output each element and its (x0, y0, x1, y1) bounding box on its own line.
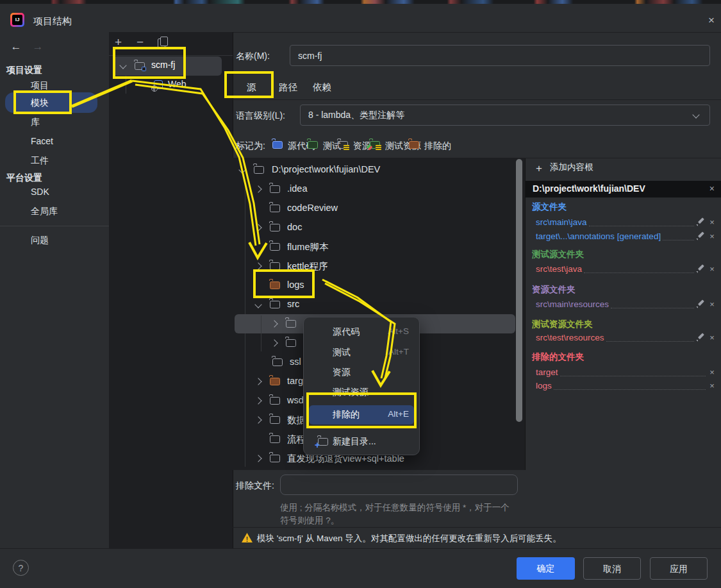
menu-item-excluded[interactable]: 排除的Alt+E (309, 405, 414, 424)
sidebar-item-modules[interactable]: 模块 (31, 97, 49, 109)
source-folder-entry[interactable]: target\...\annotations [generated] × (536, 230, 717, 242)
edit-pencil-icon[interactable] (696, 299, 705, 308)
menu-item-sources[interactable]: 源代码Alt+S (309, 323, 414, 342)
tree-scrollbar[interactable] (516, 159, 522, 422)
excluded-folder-icon (270, 378, 280, 385)
resource-folders-header: 资源文件夹 (532, 284, 576, 296)
remove-content-root-icon[interactable]: × (709, 183, 715, 194)
ok-button[interactable]: 确定 (517, 557, 575, 580)
tree-row[interactable]: codeReview (233, 199, 517, 218)
edit-pencil-icon[interactable] (696, 231, 705, 240)
name-label: 名称(M): (236, 51, 270, 62)
sidebar-item-problems[interactable]: 问题 (31, 235, 49, 246)
module-row-scm-fj[interactable]: scm-fj (113, 56, 222, 76)
excluded-folder-icon (409, 141, 419, 149)
test-source-folder-entry[interactable]: src\test\java × (536, 262, 717, 275)
remove-icon[interactable]: × (708, 299, 717, 309)
tree-row[interactable]: doc (233, 218, 517, 237)
folder-icon (270, 435, 280, 443)
remove-icon[interactable]: × (708, 231, 717, 241)
apply-button[interactable]: 应用 (650, 557, 708, 580)
close-icon[interactable]: × (704, 13, 719, 28)
globe-icon (151, 85, 158, 92)
add-content-root-button[interactable]: 添加内容根 (550, 162, 593, 177)
folder-icon (254, 166, 264, 174)
remove-icon[interactable]: × (708, 367, 717, 377)
remove-icon[interactable]: × (708, 381, 717, 391)
tree-row[interactable]: src (233, 295, 517, 314)
test-resources-folder-icon (370, 141, 380, 149)
sidebar-item-global-libraries[interactable]: 全局库 (31, 206, 58, 217)
exclude-files-help-line1: 使用 ; 分隔名称模式，对于任意数量的符号使用 *，对于一个 (280, 502, 510, 514)
sidebar-item-artifacts[interactable]: 工件 (31, 155, 49, 167)
intellij-logo-icon: IJ (10, 13, 24, 27)
tree-row[interactable]: D:\project\work\fujian\DEV (233, 160, 517, 180)
test-folder-icon (308, 141, 318, 149)
tree-row[interactable]: kettle程序 (233, 256, 517, 276)
tree-row[interactable]: .idea (233, 180, 517, 199)
new-folder-icon: + (318, 438, 328, 446)
module-row-web[interactable]: Web (113, 76, 222, 95)
module-toolbar-divider (109, 55, 233, 56)
chevron-down-icon[interactable] (119, 62, 126, 69)
tab-paths[interactable]: 路径 (279, 81, 297, 94)
remove-module-icon[interactable]: − (137, 35, 144, 49)
footer-bar: ? 确定 取消 应用 (0, 548, 721, 588)
content-root-path: D:\project\work\fujian\DEV (533, 183, 645, 194)
sidebar-item-libraries[interactable]: 库 (31, 117, 40, 128)
menu-item-resources[interactable]: 资源 (309, 363, 414, 382)
mark-as-context-menu: 源代码Alt+S 测试Alt+T 资源 测试资源 排除的Alt+E + 新建目录… (303, 317, 420, 455)
project-structure-dialog: IJ 项目结构 × ← → 项目设置 项目 模块 库 Facet 工件 平台设置… (0, 0, 721, 588)
title-bar: IJ 项目结构 × (0, 4, 721, 33)
tabs-divider (233, 99, 721, 100)
excluded-folder-entry[interactable]: target × (536, 365, 717, 378)
module-name-input[interactable] (290, 45, 710, 66)
forward-arrow-icon[interactable]: → (31, 40, 45, 54)
folder-icon (270, 397, 280, 405)
tree-row-logs[interactable]: logs (233, 276, 517, 295)
menu-item-tests[interactable]: 测试Alt+T (309, 343, 414, 362)
exclude-files-input[interactable] (280, 475, 518, 495)
sidebar-item-project[interactable]: 项目 (31, 80, 49, 92)
tree-row[interactable]: flume脚本 (233, 237, 517, 256)
source-folder-entry[interactable]: src\main\java × (536, 215, 717, 228)
excluded-folders-header: 排除的文件夹 (532, 351, 584, 363)
menu-item-test-resources[interactable]: 测试资源 (309, 383, 414, 402)
test-resource-folder-entry[interactable]: src\test\resources × (536, 331, 717, 344)
sidebar-item-sdk[interactable]: SDK (31, 187, 49, 197)
folder-icon (270, 205, 280, 212)
tab-sources[interactable]: 源 (247, 81, 256, 94)
edit-pencil-icon[interactable] (696, 264, 705, 273)
resources-folder-icon (338, 141, 348, 149)
sidebar-item-facets[interactable]: Facet (31, 136, 53, 146)
web-facet-icon (154, 80, 163, 89)
cancel-button[interactable]: 取消 (583, 557, 641, 580)
web-facet-name: Web (168, 79, 186, 89)
help-icon[interactable]: ? (13, 560, 29, 576)
test-resource-folders-header: 测试资源文件夹 (532, 319, 593, 330)
language-level-dropdown[interactable]: 8 - lambda、类型注解等 (300, 105, 710, 126)
resource-folder-entry[interactable]: src\main\resources × (536, 298, 717, 310)
excluded-folder-entry[interactable]: logs × (536, 379, 717, 392)
copy-module-icon[interactable] (158, 38, 165, 48)
content-root-header[interactable]: D:\project\work\fujian\DEV × (526, 181, 721, 197)
module-name: scm-fj (151, 60, 175, 70)
remove-icon[interactable]: × (708, 264, 717, 274)
selected-tab-indicator (242, 96, 269, 98)
back-arrow-icon[interactable]: ← (9, 40, 23, 54)
excluded-folder-icon (270, 281, 280, 289)
test-source-folders-header: 测试源文件夹 (532, 249, 584, 260)
folder-icon (270, 455, 280, 462)
edit-pencil-icon[interactable] (696, 217, 705, 226)
maven-import-warning: ! 模块 'scm-fj' 从 Maven 导入。对其配置做出的任何更改在重新导… (233, 527, 721, 549)
edit-pencil-icon[interactable] (696, 333, 705, 342)
tab-dependencies[interactable]: 依赖 (313, 81, 331, 94)
sidebar-divider (0, 226, 109, 226)
remove-icon[interactable]: × (708, 333, 717, 342)
menu-item-new-directory[interactable]: + 新建目录... (309, 432, 414, 451)
source-folders-header: 源文件夹 (532, 201, 567, 213)
plus-icon: + (536, 162, 542, 175)
add-module-icon[interactable]: + (115, 35, 122, 49)
remove-icon[interactable]: × (708, 217, 717, 227)
warning-icon: ! (242, 533, 253, 542)
